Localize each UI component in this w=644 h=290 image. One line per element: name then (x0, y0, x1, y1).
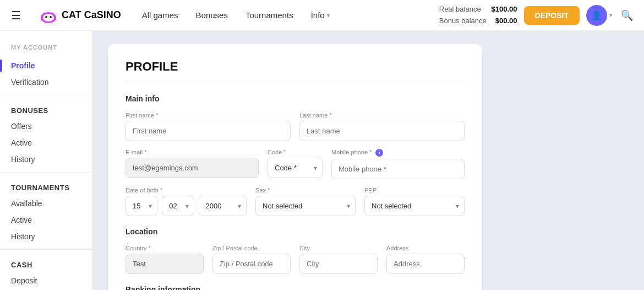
city-group: City (299, 245, 378, 274)
zip-input[interactable] (212, 254, 291, 274)
pep-select-wrap: Not selected (364, 196, 465, 216)
pep-label: PEP (364, 187, 465, 194)
svg-point-3 (43, 14, 54, 22)
sidebar-item-bonuses-history[interactable]: History (0, 151, 92, 168)
city-input[interactable] (299, 254, 378, 274)
balance-block: Real balance $100.00 Bonus balance $00.0… (439, 4, 517, 27)
sidebar-bonuses-section: BONUSES Offers Active History (0, 100, 92, 168)
profile-title: PROFILE (125, 60, 465, 83)
sidebar-divider-1 (0, 95, 92, 95)
first-name-input[interactable] (125, 121, 291, 141)
avatar-icon: 👤 (591, 10, 602, 20)
zip-label: Zip / Postal code (212, 245, 291, 251)
bonus-balance-amount: $00.00 (495, 15, 517, 27)
deposit-button[interactable]: DEPOSIT (524, 6, 580, 25)
sidebar-divider-3 (0, 249, 92, 250)
cat-logo-icon (39, 6, 58, 25)
active-indicator (0, 60, 2, 72)
main-layout: MY ACCOUNT Profile Verification BONUSES … (0, 31, 644, 290)
city-label: City (299, 245, 378, 251)
dob-label: Date of birth * (125, 187, 247, 194)
email-input[interactable] (125, 158, 259, 178)
avatar-chevron-icon: ▾ (609, 12, 612, 18)
sex-select[interactable]: Not selected (255, 196, 356, 216)
dob-month-select[interactable]: 02 (162, 196, 194, 216)
hamburger-button[interactable]: ☰ (9, 7, 23, 24)
sidebar-item-tournaments-history[interactable]: History (0, 228, 92, 245)
bonus-balance-label: Bonus balance (439, 15, 487, 27)
sidebar-item-deposit[interactable]: Deposit (0, 272, 92, 289)
tournaments-section-title: TOURNAMENTS (0, 177, 92, 195)
dob-year-select[interactable]: 2000 (199, 196, 247, 216)
sidebar-tournaments-section: TOURNAMENTS Available Active History (0, 177, 92, 245)
nav-bonuses[interactable]: Bonuses (188, 6, 236, 24)
cash-section-title: CASH (0, 254, 92, 272)
zip-group: Zip / Postal code (212, 245, 291, 274)
address-group: Address (386, 245, 465, 274)
last-name-group: Last name * (299, 112, 465, 141)
name-row: First name * Last name * (125, 112, 465, 141)
dob-group: Date of birth * 15 02 (125, 187, 247, 216)
account-title: MY ACCOUNT (0, 44, 92, 57)
main-nav: All games Bonuses Tournaments Info ▾ (134, 6, 426, 24)
main-info-title: Main info (125, 94, 465, 103)
first-name-label: First name * (125, 112, 291, 119)
sex-select-wrap: Not selected (255, 196, 356, 216)
real-balance-amount: $100.00 (492, 4, 517, 15)
first-name-group: First name * (125, 112, 291, 141)
search-button[interactable]: 🔍 (619, 7, 635, 24)
logo: CAT CaSINO (39, 6, 121, 25)
avatar-dropdown[interactable]: 👤 ▾ (586, 5, 612, 26)
header: ☰ CAT CaSINO All games Bonuses Tournamen… (0, 0, 644, 31)
bonuses-section-title: BONUSES (0, 100, 92, 118)
email-group: E-mail * (125, 149, 259, 179)
code-label: Code * (268, 149, 323, 155)
location-title: Location (125, 227, 465, 236)
address-label: Address (386, 245, 465, 251)
dob-month-wrap: 02 (162, 196, 194, 216)
banking-title: Banking information (125, 285, 465, 290)
sidebar-item-offers[interactable]: Offers (0, 118, 92, 135)
mobile-label: Mobile phone * i (331, 149, 465, 157)
sidebar-divider-2 (0, 172, 92, 173)
sidebar-profile-section: Profile Verification (0, 57, 92, 90)
chevron-down-icon: ▾ (327, 12, 330, 18)
country-label: Country * (125, 245, 204, 251)
code-select-wrap: Code * (268, 158, 323, 178)
dob-year-wrap: 2000 (199, 196, 247, 216)
contact-row: E-mail * Code * Code * Mobile phone * i (125, 149, 465, 179)
sidebar-item-available[interactable]: Available (0, 195, 92, 212)
header-right: Real balance $100.00 Bonus balance $00.0… (439, 4, 635, 27)
address-input[interactable] (386, 254, 465, 274)
location-row: Country * Zip / Postal code City Address (125, 245, 465, 274)
profile-card: PROFILE Main info First name * Last name… (108, 44, 482, 290)
svg-point-4 (45, 16, 47, 18)
dob-day-select[interactable]: 15 (125, 196, 157, 216)
code-group: Code * Code * (268, 149, 323, 179)
dob-sex-row: Date of birth * 15 02 (125, 187, 465, 216)
sidebar: MY ACCOUNT Profile Verification BONUSES … (0, 31, 92, 290)
pep-select[interactable]: Not selected (364, 196, 465, 216)
nav-tournaments[interactable]: Tournaments (238, 6, 301, 24)
sex-label: Sex * (255, 187, 356, 194)
main-content: PROFILE Main info First name * Last name… (92, 31, 644, 290)
last-name-input[interactable] (299, 121, 465, 141)
pep-group: PEP Not selected (364, 187, 465, 216)
email-label: E-mail * (125, 149, 259, 155)
sidebar-item-tournaments-active[interactable]: Active (0, 212, 92, 228)
mobile-input[interactable] (331, 159, 465, 179)
sidebar-item-bonuses-active[interactable]: Active (0, 135, 92, 151)
mobile-group: Mobile phone * i (331, 149, 465, 179)
sidebar-item-profile[interactable]: Profile (0, 57, 92, 74)
avatar-button[interactable]: 👤 (586, 5, 607, 26)
country-input[interactable] (125, 254, 204, 274)
mobile-info-icon: i (375, 149, 383, 157)
sidebar-item-verification[interactable]: Verification (0, 74, 92, 90)
sidebar-cash-section: CASH Deposit Withdrawal History (0, 254, 92, 290)
sex-group: Sex * Not selected (255, 187, 356, 216)
code-select[interactable]: Code * (268, 158, 323, 178)
dob-day-wrap: 15 (125, 196, 157, 216)
dob-inputs: 15 02 2000 (125, 196, 247, 216)
nav-info[interactable]: Info ▾ (303, 6, 337, 24)
nav-all-games[interactable]: All games (134, 6, 186, 24)
